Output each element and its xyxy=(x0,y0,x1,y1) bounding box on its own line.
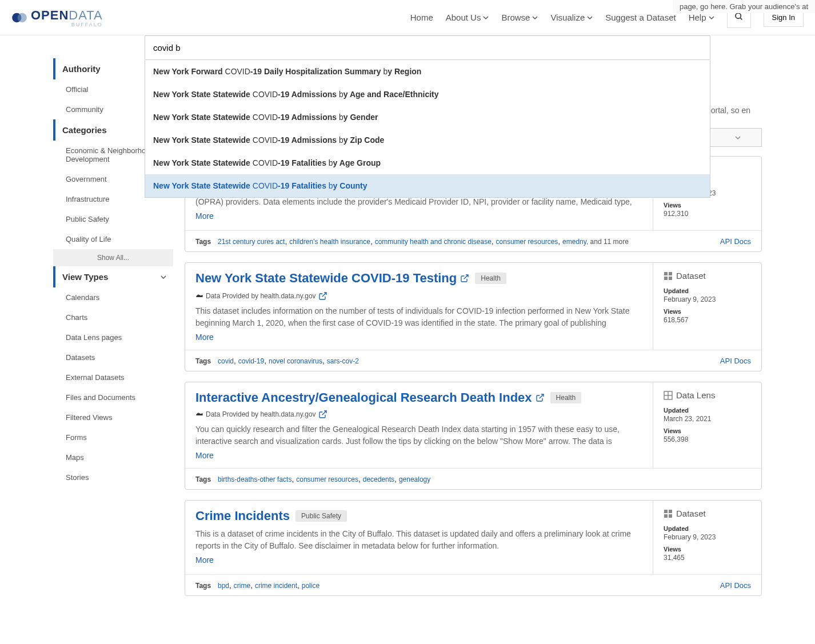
nav-help[interactable]: Help xyxy=(689,13,714,22)
sidebar-category-item[interactable]: Public Safety xyxy=(53,209,173,229)
result-title[interactable]: New York State Statewide COVID-19 Testin… xyxy=(195,271,469,286)
tag-link[interactable]: sars-cov-2 xyxy=(327,357,359,365)
svg-point-2 xyxy=(736,13,741,18)
suggestion-item[interactable]: New York State Statewide COVID-19 Admiss… xyxy=(145,83,710,106)
tags-label: Tags xyxy=(195,475,211,483)
external-link-icon xyxy=(318,410,327,419)
more-link[interactable]: More xyxy=(195,451,214,460)
nav-visualize[interactable]: Visualize xyxy=(550,13,593,22)
tag-link[interactable]: children's health insurance xyxy=(289,238,370,246)
sidebar-viewtype-item[interactable]: Calendars xyxy=(53,287,173,307)
api-docs-link[interactable]: API Docs xyxy=(720,581,751,590)
tag-link[interactable]: crime incident xyxy=(255,582,297,590)
views-label: Views xyxy=(664,308,751,315)
result-title[interactable]: Crime Incidents xyxy=(195,509,290,523)
views-label: Views xyxy=(664,427,751,434)
filter-view-types: View Types CalendarsChartsData Lens page… xyxy=(53,266,173,487)
svg-rect-15 xyxy=(669,277,672,280)
category-badge[interactable]: Health xyxy=(475,273,506,284)
sidebar-viewtype-item[interactable]: Charts xyxy=(53,307,173,327)
sidebar-viewtype-item[interactable]: Stories xyxy=(53,467,173,487)
main: New York Forward COVID-19 Daily Hospital… xyxy=(42,35,773,606)
svg-point-1 xyxy=(18,13,27,22)
nav-about[interactable]: About Us xyxy=(446,13,489,22)
external-link-icon xyxy=(460,274,469,283)
sidebar-viewtype-item[interactable]: Maps xyxy=(53,447,173,467)
chevron-down-icon xyxy=(587,15,593,21)
suggestion-item[interactable]: New York State Statewide COVID-19 Admiss… xyxy=(145,129,710,151)
sidebar-viewtype-item[interactable]: Datasets xyxy=(53,347,173,367)
filter-view-types-header[interactable]: View Types xyxy=(53,266,173,287)
updated-label: Updated xyxy=(664,525,751,532)
tag-link[interactable]: bpd xyxy=(218,582,229,590)
updated-value: February 9, 2023 xyxy=(664,295,751,303)
svg-rect-23 xyxy=(664,514,668,518)
tag-link[interactable]: consumer resources xyxy=(296,475,358,483)
datalens-icon xyxy=(664,391,673,400)
svg-rect-22 xyxy=(669,510,672,513)
svg-rect-14 xyxy=(664,277,668,280)
chevron-down-icon xyxy=(532,15,538,21)
views-value: 31,465 xyxy=(664,554,751,562)
category-badge[interactable]: Health xyxy=(550,392,582,403)
tag-link[interactable]: community health and chronic disease xyxy=(375,238,492,246)
tag-link[interactable]: covid-19 xyxy=(238,357,264,365)
autocomplete-suggestions: New York Forward COVID-19 Daily Hospital… xyxy=(145,60,710,198)
result-title[interactable]: Interactive Ancestry/Genealogical Resear… xyxy=(195,390,545,405)
result-description: This dataset includes information on the… xyxy=(195,305,642,329)
suggestion-item[interactable]: New York State Statewide COVID-19 Admiss… xyxy=(145,106,710,129)
sidebar-viewtype-item[interactable]: Filtered Views xyxy=(53,407,173,427)
more-link[interactable]: More xyxy=(195,333,214,342)
category-badge[interactable]: Public Safety xyxy=(295,510,347,522)
tag-link[interactable]: births-deaths-other facts xyxy=(218,475,291,483)
more-link[interactable]: More xyxy=(195,555,214,565)
more-link[interactable]: More xyxy=(195,211,214,221)
external-link-icon xyxy=(318,291,327,301)
result-description: You can quickly research and filter the … xyxy=(195,423,642,447)
logo[interactable]: OPENDATA BUFFALO xyxy=(11,8,103,27)
suggestion-item[interactable]: New York State Statewide COVID-19 Fatali… xyxy=(145,151,710,174)
suggestion-item[interactable]: New York Forward COVID-19 Daily Hospital… xyxy=(145,60,710,83)
tag-link[interactable]: decedents xyxy=(363,475,394,483)
provided-by[interactable]: Data Provided by health.data.ny.gov xyxy=(195,410,327,419)
tag-link[interactable]: 21st century cures act xyxy=(218,238,285,246)
tags-label: Tags xyxy=(195,357,211,365)
tags-label: Tags xyxy=(195,238,211,246)
nav-browse[interactable]: Browse xyxy=(501,13,538,22)
chevron-down-icon xyxy=(709,15,714,21)
result-card: Crime Incidents Public Safety This is a … xyxy=(185,500,762,596)
sidebar-viewtype-item[interactable]: Files and Documents xyxy=(53,387,173,407)
svg-line-10 xyxy=(464,275,468,279)
views-value: 912,310 xyxy=(664,210,751,218)
result-type: Dataset xyxy=(664,271,751,281)
sidebar-viewtype-item[interactable]: Data Lens pages xyxy=(53,327,173,347)
tooltip-bar: page, go here. Grab your audience's at xyxy=(673,0,815,13)
suggestion-item[interactable]: New York State Statewide COVID-19 Fatali… xyxy=(145,174,710,197)
chevron-down-icon xyxy=(483,15,489,21)
views-value: 618,567 xyxy=(664,316,751,324)
search-input[interactable] xyxy=(145,35,710,60)
tag-link[interactable]: consumer resources xyxy=(496,238,558,246)
tag-link[interactable]: emedny xyxy=(562,238,586,246)
provided-by[interactable]: Data Provided by health.data.ny.gov xyxy=(195,291,327,301)
search-icon xyxy=(734,12,744,21)
show-all-categories[interactable]: Show All... xyxy=(53,249,173,266)
result-type: Dataset xyxy=(664,509,751,518)
sidebar-viewtype-item[interactable]: External Datasets xyxy=(53,367,173,387)
svg-rect-24 xyxy=(669,514,672,518)
api-docs-link[interactable]: API Docs xyxy=(720,357,751,365)
updated-label: Updated xyxy=(664,407,751,414)
result-type: Data Lens xyxy=(664,390,751,400)
tag-link[interactable]: covid xyxy=(218,357,234,365)
api-docs-link[interactable]: API Docs xyxy=(720,237,751,246)
tag-link[interactable]: novel coronavirus xyxy=(269,357,322,365)
tag-link[interactable]: police xyxy=(302,582,319,590)
result-description: This is a dataset of crime incidents in … xyxy=(195,528,642,552)
sidebar-category-item[interactable]: Quality of Life xyxy=(53,229,173,249)
sidebar-viewtype-item[interactable]: Forms xyxy=(53,427,173,447)
tag-link[interactable]: crime xyxy=(234,582,250,590)
nav-suggest[interactable]: Suggest a Dataset xyxy=(605,13,676,22)
svg-line-16 xyxy=(539,394,543,398)
tag-link[interactable]: genealogy xyxy=(399,475,430,483)
nav-home[interactable]: Home xyxy=(410,13,433,22)
